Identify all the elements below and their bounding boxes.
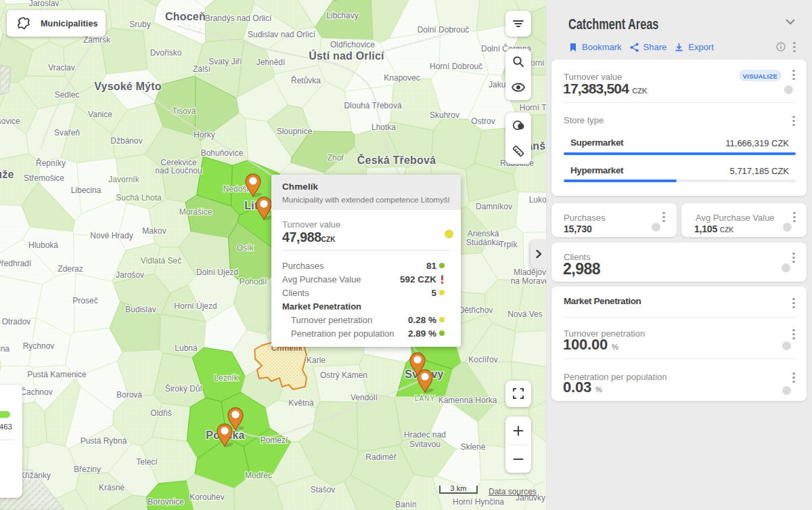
svg-text:Vraclav: Vraclav	[48, 63, 75, 72]
svg-text:Dolní Dobrouč: Dolní Dobrouč	[418, 25, 470, 35]
svg-text:Čachnov: Čachnov	[20, 387, 52, 397]
svg-text:Jaroslav: Jaroslav	[29, 0, 60, 8]
svg-text:Řetůvka: Řetůvka	[291, 75, 321, 85]
svg-text:Česká Třebová: Česká Třebová	[357, 154, 436, 166]
svg-text:Svařeň: Svařeň	[54, 128, 80, 137]
svg-text:Knapovec: Knapovec	[384, 73, 420, 83]
svg-text:Horní Dobrouč: Horní Dobrouč	[430, 62, 482, 71]
svg-text:Pohodlí: Pohodlí	[240, 277, 267, 286]
svg-text:Vidlatá Seč: Vidlatá Seč	[141, 256, 182, 265]
svg-text:Budislav: Budislav	[125, 305, 156, 314]
svg-text:Tišovice: Tišovice	[0, 116, 20, 126]
svg-text:Jehnědí: Jehnědí	[256, 58, 286, 67]
svg-text:Osík: Osík	[237, 243, 254, 253]
svg-text:na Moravě: na Moravě	[511, 276, 546, 286]
svg-text:Dětřichov: Dětřichov	[459, 305, 493, 315]
svg-text:Zderaz: Zderaz	[58, 264, 83, 274]
svg-text:Pomezí: Pomezí	[261, 435, 288, 445]
svg-text:Ústí nad Orlicí: Ústí nad Orlicí	[309, 49, 384, 62]
svg-text:una: una	[0, 344, 9, 354]
svg-text:Krásné: Krásné	[99, 483, 125, 492]
svg-text:Sudislav nad Orlicí: Sudislav nad Orlicí	[248, 30, 316, 39]
svg-text:Vysoké Mýto: Vysoké Mýto	[94, 81, 161, 92]
svg-text:Sruby: Sruby	[129, 20, 150, 29]
svg-text:Hradec nad: Hradec nad	[404, 430, 446, 440]
svg-text:Brandýs nad Orlicí: Brandýs nad Orlicí	[205, 14, 272, 23]
svg-text:Ostrov: Ostrov	[471, 116, 495, 126]
svg-text:Květná: Květná	[288, 398, 314, 408]
svg-text:Suchá Lhota: Suchá Lhota	[116, 193, 162, 203]
svg-text:Otradov: Otradov	[2, 317, 31, 326]
svg-text:Hluboká: Hluboká	[28, 240, 58, 250]
svg-text:Koclířov: Koclířov	[468, 355, 497, 364]
svg-text:Nová Ves: Nová Ves	[508, 310, 542, 319]
svg-text:Stašov: Stašov	[311, 485, 336, 494]
svg-text:Rychnov: Rychnov	[23, 341, 55, 351]
svg-text:Dlouhá Třebová: Dlouhá Třebová	[344, 101, 401, 110]
svg-text:Luže: Luže	[0, 169, 14, 180]
svg-text:Střemošice: Střemošice	[24, 173, 64, 183]
svg-text:Horky: Horky	[194, 130, 215, 140]
svg-text:Tisová: Tisová	[173, 106, 196, 116]
svg-text:Vendolí: Vendolí	[351, 393, 378, 402]
svg-text:Skuhrov: Skuhrov	[430, 110, 459, 120]
svg-text:Morašice: Morašice	[179, 207, 212, 217]
svg-text:Borová: Borová	[116, 390, 142, 400]
svg-text:Javorník: Javorník	[108, 175, 139, 184]
svg-text:Zámrsk: Zámrsk	[83, 35, 111, 45]
svg-text:Vanice: Vanice	[88, 110, 112, 119]
svg-text:Oldřiš: Oldřiš	[150, 408, 171, 418]
svg-text:Horní Újezd: Horní Újezd	[174, 301, 217, 311]
svg-text:Telecí: Telecí	[136, 457, 158, 467]
svg-text:Svitavou: Svitavou	[409, 440, 441, 449]
svg-text:Anenská: Anenská	[468, 229, 499, 238]
svg-text:Džbánov: Džbánov	[110, 136, 142, 146]
svg-text:Zálší: Zálší	[193, 64, 211, 74]
svg-text:Pustá Kamenice: Pustá Kamenice	[27, 370, 87, 379]
svg-text:Březiny: Březiny	[74, 465, 101, 474]
svg-text:Horní Třešňovec: Horní Třešňovec	[520, 103, 546, 112]
svg-text:Dolní Újezd: Dolní Újezd	[196, 267, 238, 277]
svg-text:Libchavy: Libchavy	[326, 11, 358, 20]
svg-text:Studánka: Studánka	[466, 238, 501, 247]
svg-text:Karle: Karle	[307, 356, 325, 365]
svg-text:Horní Hynčina: Horní Hynčina	[453, 497, 504, 507]
svg-text:Borovnice: Borovnice	[148, 497, 184, 507]
svg-text:Luková: Luková	[529, 195, 546, 205]
svg-text:Proseč: Proseč	[72, 296, 97, 305]
svg-text:Sloupnice: Sloupnice	[277, 127, 313, 136]
svg-text:Oldřichovice: Oldřichovice	[330, 40, 375, 49]
svg-text:Křižánky: Křižánky	[20, 471, 51, 480]
svg-text:Bohuňovice: Bohuňovice	[201, 148, 244, 158]
svg-text:Damníkov: Damníkov	[476, 202, 512, 211]
svg-text:Libecina: Libecina	[71, 186, 102, 195]
svg-text:Trpík: Trpík	[499, 240, 518, 249]
svg-text:Řepníky: Řepníky	[36, 158, 66, 168]
svg-text:Banín: Banín	[395, 500, 416, 509]
svg-text:Dvořisko: Dvořisko	[150, 48, 182, 58]
svg-text:Makov: Makov	[142, 226, 166, 236]
svg-text:LÁNY: LÁNY	[415, 394, 435, 402]
svg-text:Zhoř: Zhoř	[328, 153, 345, 163]
svg-text:Předhradí: Předhradí	[0, 259, 32, 268]
svg-text:Sedlec: Sedlec	[55, 90, 80, 100]
svg-text:Sklené: Sklené	[461, 442, 486, 452]
svg-text:nad Loučnou: nad Loučnou	[155, 166, 202, 175]
svg-text:Kamenná Horka: Kamenná Horka	[438, 396, 497, 405]
svg-text:Radiměř: Radiměř	[365, 452, 397, 462]
svg-text:Lhotka: Lhotka	[371, 123, 396, 132]
svg-text:Mladějov: Mladějov	[514, 268, 546, 277]
svg-text:Lezník: Lezník	[214, 373, 238, 383]
svg-text:Ostrý Kámen: Ostrý Kámen	[320, 370, 367, 380]
svg-text:Choceň: Choceň	[165, 11, 206, 22]
svg-text:Nové Hrady: Nové Hrady	[90, 231, 133, 240]
svg-text:Korouhev: Korouhev	[189, 492, 224, 502]
svg-text:Svatý Jiří: Svatý Jiří	[208, 57, 242, 66]
svg-text:Modřec: Modřec	[245, 471, 272, 480]
svg-text:Pustá Rybná: Pustá Rybná	[81, 436, 127, 446]
svg-text:Široký Důl: Široký Důl	[165, 383, 202, 394]
svg-text:Jarošov: Jarošov	[116, 270, 144, 280]
svg-text:Lubná: Lubná	[175, 343, 198, 353]
